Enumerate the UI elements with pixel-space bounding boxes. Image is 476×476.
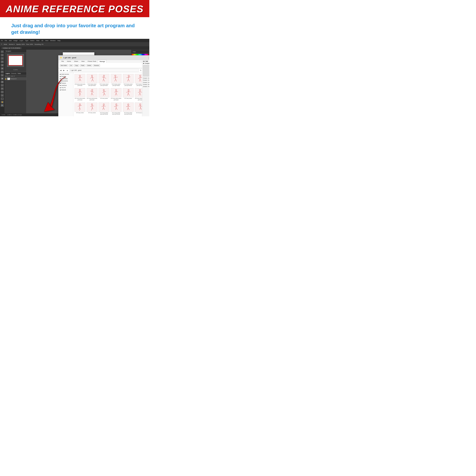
mode-value[interactable]: Normal ▼: [9, 44, 15, 45]
file-item[interactable]: 23 12 anime action pose girl female: [110, 73, 122, 87]
tool-shape[interactable]: ⬛: [1, 97, 4, 100]
file-item[interactable]: 25 4 anime sitting poses girl female: [122, 116, 134, 116]
tool-pen[interactable]: ✒: [1, 87, 4, 90]
ribbon-rename[interactable]: Rename: [93, 64, 100, 67]
computer-link[interactable]: 🖥 Computer: [143, 63, 149, 64]
tab-share[interactable]: Share: [73, 60, 80, 63]
file-item[interactable]: 23 10 anime action pose girl female: [86, 73, 98, 87]
svg-line-98: [92, 107, 93, 109]
layer-item-background[interactable]: 🔒 Background: [4, 77, 26, 80]
menu-3d[interactable]: 3D: [41, 40, 43, 41]
svg-line-58: [104, 91, 106, 92]
svg-line-101: [102, 106, 103, 107]
refresh-button[interactable]: ↻: [139, 69, 142, 71]
file-item[interactable]: 24 11 sexy anime poses girl female: [110, 102, 122, 116]
tool-lasso[interactable]: ⌇: [1, 57, 4, 60]
svg-line-31: [140, 77, 140, 79]
opacity-layers[interactable]: 100% ▼: [11, 76, 15, 77]
file-item[interactable]: 24 9 sexy anime: [86, 102, 98, 116]
menu-select[interactable]: Select: [30, 40, 34, 41]
menu-image[interactable]: Image: [14, 40, 17, 41]
svg-point-49: [91, 89, 93, 91]
ps-logo: Ps: [1, 40, 3, 41]
menu-file[interactable]: File: [5, 40, 7, 41]
file-item[interactable]: 23 13 anime action pose girl female: [122, 73, 134, 87]
up-button[interactable]: ▲: [66, 69, 69, 71]
file-item[interactable]: 24 15 sexy anime poses girl female: [74, 116, 86, 116]
file-item[interactable]: 24 12 sexy anime poses girl female: [122, 102, 134, 116]
file-item[interactable]: 25 3 anime sitting poses girl female: [110, 116, 122, 116]
file-item[interactable]: 23 11 anime action pose girl female: [98, 73, 110, 87]
tab-picture-tools[interactable]: Picture Tools: [86, 60, 98, 63]
menu-layer[interactable]: Layer: [19, 40, 23, 41]
svg-point-92: [91, 103, 93, 105]
svg-line-90: [79, 110, 80, 111]
tool-gradient[interactable]: ▤: [1, 81, 4, 83]
tab-manage[interactable]: Manage: [98, 60, 107, 63]
file-item[interactable]: 24 10 sexy anime poses girl female: [98, 102, 110, 116]
forward-button[interactable]: ▶: [63, 69, 65, 71]
svg-point-24: [128, 75, 129, 77]
svg-line-66: [116, 93, 117, 95]
ribbon-copy[interactable]: Copy: [74, 64, 79, 67]
tool-type[interactable]: T: [1, 91, 4, 93]
tool-crop[interactable]: ⊡: [1, 60, 4, 63]
file-item[interactable]: 24 8 sexy anime: [74, 102, 86, 116]
file-item[interactable]: 24 1 sexy anime poses girl female: [74, 87, 86, 101]
svg-line-119: [138, 106, 141, 106]
tool-zoom[interactable]: 🔍: [1, 104, 4, 107]
ribbon-cut[interactable]: Cut: [69, 64, 73, 67]
tool-brush[interactable]: ✏: [1, 70, 4, 73]
svg-line-28: [127, 79, 128, 81]
svg-line-10: [91, 79, 92, 81]
tab-home[interactable]: Home: [66, 60, 72, 63]
menu-type[interactable]: Type: [25, 40, 28, 41]
tool-heal[interactable]: ✚: [1, 67, 4, 70]
tool-dodge[interactable]: ○: [1, 84, 4, 87]
tool-path[interactable]: ▷: [1, 94, 4, 97]
menu-window[interactable]: Window: [50, 40, 55, 41]
tool-hand[interactable]: ✋: [1, 101, 4, 103]
file-item[interactable]: 25 1 anime sitting poses girl female: [86, 116, 98, 116]
ps-tab[interactable]: Untitled-1 @ 72.4% (RGB/8#): [1, 47, 22, 49]
ribbon-delete[interactable]: Delete: [86, 64, 92, 67]
ps-status-dims: 13.889 in × 13.889 in (72 ppi): [7, 114, 22, 115]
file-item[interactable]: 24 4 sexy anime poses girl female: [110, 87, 122, 101]
ribbon-paste[interactable]: Paste: [80, 64, 85, 67]
ribbon-new-folder[interactable]: New folder: [60, 64, 68, 67]
file-name: 24 3 sexy anime: [100, 98, 108, 99]
paths-tab[interactable]: Paths: [17, 73, 21, 74]
navigator-label: Navigator: [6, 51, 11, 52]
navigator-zoom: 72.45%: [13, 69, 18, 70]
svg-line-26: [126, 77, 128, 78]
file-name: 24 9 sexy anime: [88, 112, 96, 114]
tool-move[interactable]: ↖: [1, 51, 4, 53]
menu-help[interactable]: Help: [57, 40, 60, 41]
file-item[interactable]: 23 9 anime action pose girl female: [74, 73, 86, 87]
tab-view[interactable]: View: [80, 60, 86, 63]
tab-file[interactable]: File: [60, 60, 65, 63]
tool-eraser[interactable]: ▣: [1, 77, 4, 80]
svg-line-103: [103, 107, 103, 110]
menu-edit[interactable]: Edit: [9, 40, 12, 41]
back-button[interactable]: ◀: [60, 69, 62, 71]
menu-filter[interactable]: Filter: [36, 40, 40, 41]
fe-minimize-button[interactable]: ─: [148, 56, 149, 59]
tool-clone[interactable]: ⎘: [1, 74, 4, 77]
file-item[interactable]: 24 5 sexy anime: [122, 87, 134, 101]
svg-line-60: [104, 93, 105, 95]
file-thumb: [123, 88, 134, 97]
svg-line-34: [139, 79, 140, 82]
file-item[interactable]: 24 3 sexy anime: [98, 87, 110, 101]
file-item[interactable]: 24 2 sexy anime poses girl female: [86, 87, 98, 101]
channels-tab[interactable]: Channels: [11, 73, 17, 74]
tool-eye[interactable]: 👁: [1, 64, 4, 67]
blending-mode[interactable]: Normal ▼: [5, 76, 10, 77]
address-bar-input[interactable]: [69, 69, 139, 72]
layers-tab[interactable]: Layers: [6, 73, 10, 74]
svg-line-20: [114, 77, 116, 78]
fe-addressbar: ◀ ▶ ▲ ↻: [58, 68, 149, 72]
menu-view[interactable]: View: [45, 40, 48, 41]
tool-select[interactable]: ▭: [1, 54, 4, 56]
file-item[interactable]: 25 2 anime sitting poses girl female: [98, 116, 110, 116]
